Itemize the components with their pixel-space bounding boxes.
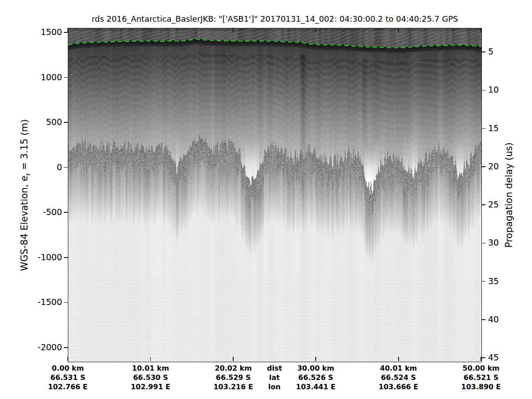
y-axis-right-tick-label: 25	[488, 200, 499, 209]
x-axis-top-tick	[233, 28, 234, 32]
y-axis-left-tick	[64, 347, 68, 348]
y-axis-right-tick	[481, 204, 485, 205]
x-tick-lon: 102.991 E	[131, 382, 170, 391]
x-axis-top-tick	[481, 28, 481, 32]
y-axis-right-tick	[481, 281, 485, 282]
x-tick-lon: 103.216 E	[213, 382, 253, 391]
y-axis-right-tick	[481, 90, 485, 91]
y-axis-right-tick	[481, 51, 485, 52]
x-axis-header-column: distlatlon	[267, 364, 282, 391]
y-axis-right-tick	[481, 243, 485, 244]
x-axis-bottom-tick	[398, 357, 399, 361]
x-tick-label-column: 20.02 km66.529 S103.216 E	[213, 364, 253, 391]
y-axis-left-label: WGS-84 Elevation, er = 3.15 (m)	[19, 119, 31, 271]
x-axis-header-lon: lon	[267, 382, 282, 391]
x-tick-lat: 66.521 S	[461, 373, 501, 382]
x-tick-dist: 20.02 km	[213, 364, 253, 373]
y-axis-right-tick	[481, 319, 485, 320]
x-axis-bottom-tick	[233, 357, 234, 361]
y-axis-right-tick-label: 40	[488, 314, 499, 324]
x-axis-top-tick	[398, 28, 399, 32]
x-tick-dist: 10.01 km	[131, 364, 170, 373]
y-axis-left-tick	[64, 302, 68, 303]
x-axis-bottom-tick	[150, 357, 151, 361]
y-axis-left-tick-label: -2000	[27, 342, 62, 352]
x-tick-lon: 103.666 E	[379, 382, 418, 391]
x-tick-lon: 102.766 E	[48, 382, 87, 391]
y-axis-left-tick	[64, 77, 68, 78]
x-tick-dist: 0.00 km	[48, 364, 87, 373]
y-axis-right-tick-label: 10	[488, 85, 499, 94]
x-axis-top-tick	[150, 28, 151, 32]
y-axis-left-tick-label: -1500	[27, 297, 62, 307]
y-axis-right-tick-label: 15	[488, 123, 499, 133]
x-tick-label-column: 30.00 km66.526 S103.441 E	[296, 364, 336, 391]
figure-title: rds 2016_Antarctica_BaslerJKB: "['ASB1']…	[68, 14, 482, 23]
x-tick-label-column: 0.00 km66.531 S102.766 E	[48, 364, 87, 391]
y-axis-left-tick-label: -1000	[27, 252, 62, 262]
y-axis-right-tick	[481, 128, 485, 129]
x-tick-lat: 66.526 S	[296, 373, 336, 382]
y-axis-left-tick-label: 1000	[27, 72, 62, 82]
y-axis-right-tick-label: 5	[488, 47, 493, 56]
y-axis-left-tick-label: 500	[27, 117, 62, 127]
y-axis-left-tick-label: -500	[27, 207, 62, 217]
y-axis-left-tick	[64, 167, 68, 168]
x-tick-dist: 50.00 km	[461, 364, 501, 373]
x-tick-label-column: 10.01 km66.530 S102.991 E	[131, 364, 170, 391]
y-axis-right-tick-label: 45	[488, 352, 499, 362]
x-tick-dist: 30.00 km	[296, 364, 336, 373]
x-axis-top-tick	[315, 28, 316, 32]
y-axis-right-tick	[481, 166, 485, 167]
y-axis-right-tick-label: 30	[488, 238, 499, 247]
x-axis-top-tick	[67, 28, 68, 32]
x-tick-label-column: 40.01 km66.524 S103.666 E	[379, 364, 418, 391]
y-axis-left-tick	[64, 122, 68, 123]
y-axis-left-tick	[64, 257, 68, 258]
y-axis-right-tick	[481, 357, 485, 358]
y-axis-right-label: Propagation delay (us)	[504, 142, 514, 247]
echogram-figure: rds 2016_Antarctica_BaslerJKB: "['ASB1']…	[0, 0, 532, 399]
x-tick-lat: 66.530 S	[131, 373, 170, 382]
x-axis-header-lat: lat	[267, 373, 282, 382]
y-left-label-sub: r	[24, 173, 31, 176]
x-tick-lat: 66.529 S	[213, 373, 253, 382]
x-tick-lat: 66.531 S	[48, 373, 87, 382]
x-tick-dist: 40.01 km	[379, 364, 418, 373]
y-axis-left-tick	[64, 212, 68, 213]
x-tick-lon: 103.441 E	[296, 382, 336, 391]
x-tick-label-column: 50.00 km66.521 S103.890 E	[461, 364, 501, 391]
x-axis-header-dist: dist	[267, 364, 282, 373]
y-axis-right-tick-label: 20	[488, 161, 499, 171]
echogram-canvas	[68, 28, 481, 362]
x-tick-lon: 103.890 E	[461, 382, 501, 391]
y-axis-left-tick-label: 1500	[27, 27, 62, 37]
x-axis-bottom-tick	[315, 357, 316, 361]
y-axis-left-tick-label: 0	[27, 162, 62, 172]
x-axis-bottom-tick	[67, 357, 68, 361]
x-tick-lat: 66.524 S	[379, 373, 418, 382]
plot-area	[68, 28, 482, 362]
x-axis-bottom-tick	[481, 357, 481, 361]
y-axis-right-tick-label: 35	[488, 276, 499, 286]
